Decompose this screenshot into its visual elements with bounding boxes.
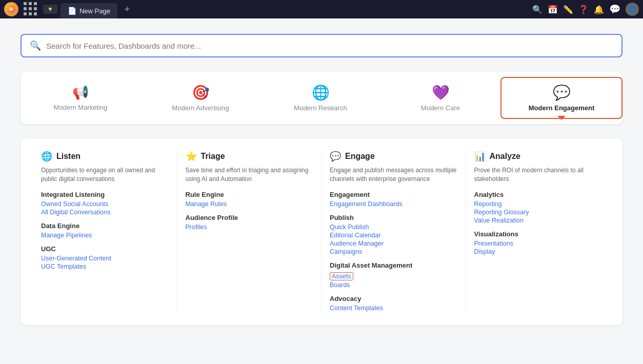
workspace-label: ▼: [47, 6, 53, 13]
column-analyze: 📊 Analyze Prove the ROI of modern channe…: [466, 151, 611, 313]
section-title-publish: Publish: [330, 214, 457, 221]
engage-header: 💬 Engage: [330, 151, 457, 162]
topnav-actions: 🔍 📅 ✏️ ❓ 🔔 💬 👤: [532, 3, 639, 16]
analyze-icon: 📊: [474, 151, 486, 162]
edit-icon[interactable]: ✏️: [563, 5, 573, 14]
tab-modern-engagement[interactable]: 💬 Modern Engagement: [500, 77, 622, 119]
category-tabs: 📢 Modern Marketing 🎯 Modern Advertising …: [21, 72, 622, 124]
tab-icon: 📄: [68, 7, 76, 15]
tab-modern-advertising[interactable]: 🎯 Modern Advertising: [140, 77, 260, 119]
modern-research-icon: 🌐: [312, 84, 330, 101]
column-engage: 💬 Engage Engage and publish messages acr…: [322, 151, 466, 313]
link-reporting-glossary[interactable]: Reporting Glossary: [474, 209, 602, 216]
tab-title: New Page: [79, 7, 110, 15]
link-display[interactable]: Display: [474, 248, 602, 255]
triage-title: Triage: [201, 152, 225, 161]
section-title-rule-engine: Rule Engine: [186, 191, 313, 198]
analyze-description: Prove the ROI of modern channels to all …: [474, 166, 602, 184]
analyze-title: Analyze: [490, 152, 520, 161]
add-tab-button[interactable]: +: [120, 3, 134, 16]
link-engagement-dashboards[interactable]: Engagement Dashboards: [330, 200, 457, 208]
section-title-ugc: UGC: [41, 245, 169, 253]
engage-title: Engage: [345, 152, 375, 161]
link-audience-manager[interactable]: Audience Manager: [330, 240, 457, 247]
tab-label-modern-marketing: Modern Marketing: [54, 104, 108, 111]
link-presentations[interactable]: Presentations: [474, 240, 602, 247]
modern-marketing-icon: 📢: [72, 85, 89, 100]
chat-icon[interactable]: 💬: [609, 4, 620, 15]
section-title-audience-profile: Audience Profile: [186, 214, 313, 221]
topnav: ▼ 📄 New Page + 🔍 📅 ✏️ ❓ 🔔 💬 👤: [0, 0, 643, 18]
link-quick-publish[interactable]: Quick Publish: [330, 224, 457, 231]
search-bar: 🔍: [21, 34, 622, 57]
listen-header: 🌐 Listen: [41, 151, 169, 162]
link-assets[interactable]: Assets: [330, 272, 353, 280]
link-owned-social-accounts[interactable]: Owned Social Accounts: [41, 200, 169, 208]
engage-description: Engage and publish messages across multi…: [330, 166, 457, 184]
browser-tab[interactable]: 📄 New Page: [61, 3, 117, 18]
modern-care-icon: 💜: [432, 84, 450, 101]
listen-icon: 🌐: [41, 151, 52, 162]
link-profiles[interactable]: Profiles: [186, 224, 313, 231]
tab-modern-research[interactable]: 🌐 Modern Research: [260, 77, 380, 119]
search-bar-icon: 🔍: [30, 40, 41, 51]
link-value-realization[interactable]: Value Realization: [474, 217, 602, 224]
apps-grid-icon[interactable]: [22, 0, 40, 18]
engage-icon: 💬: [330, 151, 341, 162]
bell-icon[interactable]: 🔔: [594, 5, 604, 14]
link-reporting[interactable]: Reporting: [474, 200, 602, 208]
section-title-analytics: Analytics: [474, 191, 602, 198]
triage-description: Save time and effort in triaging and ass…: [186, 166, 313, 184]
search-input[interactable]: [46, 42, 613, 50]
workspace-selector[interactable]: ▼: [43, 5, 57, 14]
active-tab-indicator: [557, 116, 566, 120]
modern-engagement-icon: 💬: [553, 84, 571, 101]
triage-icon: ⭐: [186, 151, 197, 162]
app-logo[interactable]: [4, 2, 18, 16]
listen-title: Listen: [56, 152, 81, 161]
section-title-data-engine: Data Engine: [41, 222, 169, 230]
section-title-engagement: Engagement: [330, 191, 457, 198]
calendar-icon[interactable]: 📅: [548, 5, 558, 14]
section-title-visualizations: Visualizations: [474, 230, 602, 238]
link-manage-rules[interactable]: Manage Rules: [186, 200, 313, 208]
triage-header: ⭐ Triage: [186, 151, 313, 162]
section-title-digital-asset-management: Digital Asset Management: [330, 261, 457, 269]
listen-description: Opportunities to engage on all owned and…: [41, 166, 169, 184]
section-title-integrated-listening: Integrated Listening: [41, 191, 169, 198]
tab-modern-care[interactable]: 💜 Modern Care: [380, 77, 500, 119]
section-title-advocacy: Advocacy: [330, 295, 457, 302]
link-user-generated-content[interactable]: User-Generated Content: [41, 255, 169, 262]
tab-modern-marketing[interactable]: 📢 Modern Marketing: [21, 77, 140, 119]
link-content-templates[interactable]: Content Templates: [330, 305, 457, 312]
link-editorial-calendar[interactable]: Editorial Calendar: [330, 232, 457, 239]
link-boards[interactable]: Boards: [330, 281, 457, 289]
modern-advertising-icon: 🎯: [192, 84, 210, 101]
user-avatar[interactable]: 👤: [626, 3, 639, 16]
link-campaigns[interactable]: Campaigns: [330, 248, 457, 255]
column-listen: 🌐 Listen Opportunities to engage on all …: [33, 151, 177, 313]
link-ugc-templates[interactable]: UGC Templates: [41, 263, 169, 270]
link-manage-pipelines[interactable]: Manage Pipelines: [41, 232, 169, 239]
help-icon[interactable]: ❓: [578, 5, 589, 14]
column-triage: ⭐ Triage Save time and effort in triagin…: [177, 151, 322, 313]
content-grid: 🌐 Listen Opportunities to engage on all …: [21, 138, 622, 325]
analyze-header: 📊 Analyze: [474, 151, 602, 162]
main-content: 🔍 📢 Modern Marketing 🎯 Modern Advertisin…: [0, 18, 643, 364]
tab-label-modern-advertising: Modern Advertising: [172, 104, 229, 112]
tab-label-modern-care: Modern Care: [421, 104, 460, 112]
tab-label-modern-research: Modern Research: [294, 104, 347, 112]
link-all-digital-conversations[interactable]: All Digital Conversations: [41, 209, 169, 216]
search-icon[interactable]: 🔍: [532, 5, 542, 14]
tab-label-modern-engagement: Modern Engagement: [529, 104, 595, 112]
